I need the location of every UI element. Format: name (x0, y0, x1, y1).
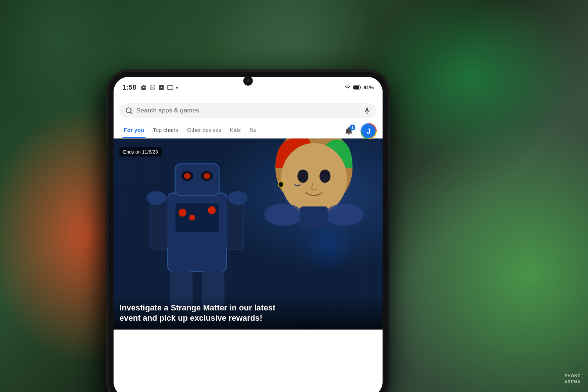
game-character (240, 139, 383, 278)
search-icon (125, 107, 133, 114)
svg-point-20 (189, 215, 195, 220)
game-banner[interactable]: Ends on 11/6/23 Investigate a Strange Ma… (114, 139, 383, 330)
battery-percent: 91% (363, 84, 374, 90)
play-store-content: Search apps & games (114, 98, 383, 392)
svg-rect-9 (366, 108, 368, 111)
svg-point-34 (281, 143, 347, 215)
tab-new[interactable]: Ne (245, 122, 261, 138)
svg-point-39 (325, 204, 363, 226)
svg-rect-22 (175, 163, 219, 195)
top-right-actions: 1 J (341, 123, 377, 139)
svg-rect-40 (300, 206, 328, 229)
phone-device: 1:58 (108, 72, 388, 392)
status-icons (141, 84, 178, 90)
watermark: PHONE ARENA (564, 373, 581, 385)
status-time: 1:58 (122, 84, 136, 91)
svg-point-25 (184, 173, 191, 179)
search-placeholder: Search apps & games (136, 107, 360, 114)
svg-point-36 (319, 169, 330, 183)
status-right-icons: 91% (344, 84, 374, 90)
banner-title: Investigate a Strange Matter in our late… (119, 303, 377, 324)
tab-for-you[interactable]: For you (119, 122, 148, 138)
camera-lens (246, 79, 250, 83)
tab-kids[interactable]: Kids (226, 122, 245, 138)
notification-badge: 1 (349, 125, 355, 130)
play-icon (158, 84, 164, 90)
screenshot-icon (167, 85, 173, 90)
search-bar[interactable]: Search apps & games (119, 103, 377, 118)
phone-screen: 1:58 (114, 77, 383, 392)
task-icon (150, 84, 155, 90)
svg-rect-3 (168, 86, 173, 90)
svg-point-19 (178, 209, 186, 216)
svg-point-37 (278, 181, 284, 187)
svg-point-21 (208, 206, 215, 214)
banner-bottom-text: Investigate a Strange Matter in our late… (114, 295, 383, 330)
front-camera (244, 77, 252, 85)
svg-point-31 (147, 191, 166, 205)
svg-point-26 (203, 173, 210, 179)
svg-rect-6 (354, 86, 359, 89)
gear-icon (141, 84, 147, 90)
svg-point-0 (150, 85, 155, 90)
wifi-icon (344, 85, 351, 90)
notification-button[interactable]: 1 (341, 124, 356, 139)
search-bar-area: Search apps & games (114, 98, 383, 122)
svg-line-8 (130, 112, 132, 114)
ends-on-badge: Ends on 11/6/23 (119, 147, 162, 157)
dot-indicator (176, 87, 178, 89)
mic-icon[interactable] (363, 107, 371, 114)
tab-other-devices[interactable]: Other devices (183, 122, 226, 138)
tab-top-charts[interactable]: Top charts (148, 122, 183, 138)
svg-point-38 (264, 204, 303, 226)
svg-point-35 (297, 169, 308, 183)
battery-icon (353, 85, 361, 90)
game-banner-background: Ends on 11/6/23 Investigate a Strange Ma… (114, 139, 383, 330)
avatar: J (362, 124, 376, 138)
avatar-circle[interactable]: J (361, 123, 377, 139)
svg-rect-5 (360, 87, 361, 89)
